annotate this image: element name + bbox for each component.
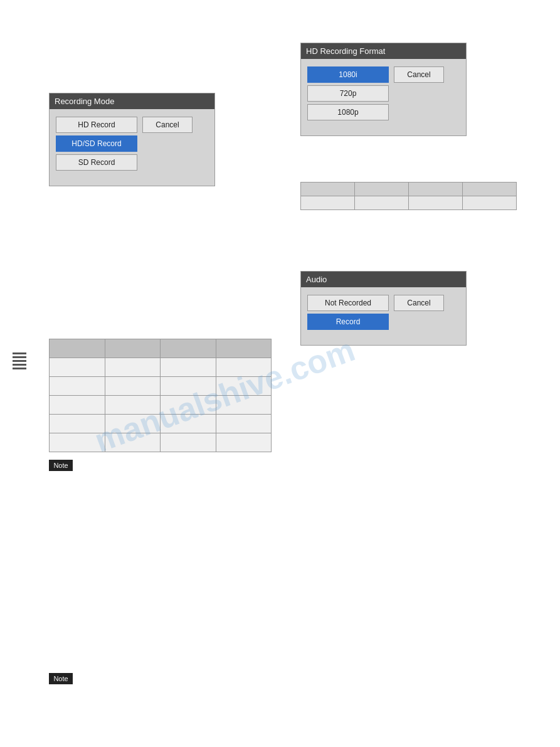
record-button[interactable]: Record (307, 314, 389, 330)
hd-recording-format-dialog: HD Recording Format 1080i Cancel 720p 10… (300, 43, 467, 136)
table-cell (105, 377, 161, 396)
main-table-left (49, 339, 272, 452)
table-cell (216, 415, 272, 433)
audio-dialog: Audio Not Recorded Cancel Record (300, 271, 467, 346)
table-row (50, 433, 272, 452)
small-table-top (300, 182, 517, 210)
1080p-button[interactable]: 1080p (307, 104, 389, 120)
table-cell (161, 377, 216, 396)
small-table-cell-2 (355, 196, 409, 210)
audio-title: Audio (301, 272, 466, 287)
small-table-header-2 (355, 183, 409, 196)
side-line-5 (13, 368, 26, 369)
table-cell (161, 396, 216, 415)
side-line-4 (13, 364, 26, 366)
table-cell (50, 396, 105, 415)
not-recorded-button[interactable]: Not Recorded (307, 295, 389, 311)
recording-mode-cancel-button[interactable]: Cancel (142, 117, 193, 133)
table-cell (105, 358, 161, 377)
main-table-h3 (161, 339, 216, 358)
table-row (50, 377, 272, 396)
table-cell (105, 433, 161, 452)
hd-format-cancel-button[interactable]: Cancel (394, 66, 444, 83)
small-table-cell-4 (463, 196, 517, 210)
side-lines (13, 352, 26, 369)
recording-mode-title: Recording Mode (50, 93, 214, 109)
table-cell (216, 396, 272, 415)
main-table-h2 (105, 339, 161, 358)
table-cell (50, 358, 105, 377)
note-label-2: Note (49, 673, 73, 684)
main-table-h4 (216, 339, 272, 358)
table-cell (161, 358, 216, 377)
recording-mode-dialog: Recording Mode HD Record Cancel HD/SD Re… (49, 93, 215, 186)
small-table-header-1 (301, 183, 355, 196)
table-cell (216, 433, 272, 452)
table-cell (50, 433, 105, 452)
1080i-button[interactable]: 1080i (307, 66, 389, 83)
table-cell (105, 415, 161, 433)
hd-record-button[interactable]: HD Record (56, 117, 137, 133)
table-cell (216, 358, 272, 377)
small-table-header-4 (463, 183, 517, 196)
table-row (50, 396, 272, 415)
side-line-2 (13, 356, 26, 358)
table-cell (161, 415, 216, 433)
audio-cancel-button[interactable]: Cancel (394, 295, 444, 311)
table-cell (161, 433, 216, 452)
table-cell (50, 415, 105, 433)
table-cell (50, 377, 105, 396)
small-table-cell-1 (301, 196, 355, 210)
small-table-header-3 (409, 183, 463, 196)
hd-sd-record-button[interactable]: HD/SD Record (56, 135, 137, 152)
720p-button[interactable]: 720p (307, 85, 389, 102)
table-row (50, 358, 272, 377)
side-line-3 (13, 360, 26, 362)
hd-format-title: HD Recording Format (301, 43, 466, 59)
small-table-cell-3 (409, 196, 463, 210)
table-row (50, 415, 272, 433)
table-cell (216, 377, 272, 396)
main-table-h1 (50, 339, 105, 358)
note-label-1: Note (49, 460, 73, 471)
table-cell (105, 396, 161, 415)
sd-record-button[interactable]: SD Record (56, 154, 137, 171)
side-line-1 (13, 352, 26, 354)
